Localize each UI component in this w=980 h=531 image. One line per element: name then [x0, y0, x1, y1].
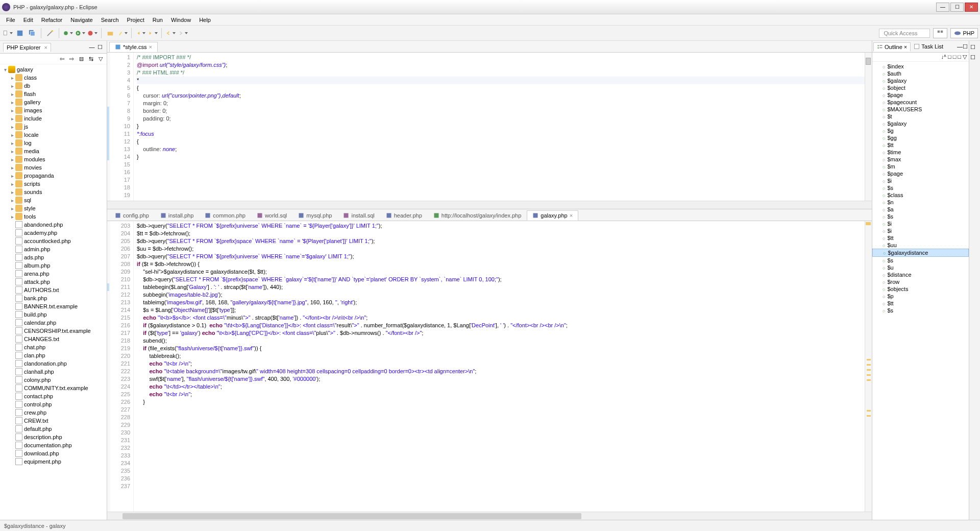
- outline-item[interactable]: $galaxy: [872, 77, 969, 84]
- menu-refactor[interactable]: Refactor: [37, 16, 67, 24]
- tree-item-banner-txt-example[interactable]: BANNER.txt.example: [0, 302, 107, 310]
- tree-item-default-php[interactable]: default.php: [0, 425, 107, 433]
- tree-item-js[interactable]: ▸js: [0, 123, 107, 131]
- tree-item-changes-txt[interactable]: CHANGES.txt: [0, 335, 107, 343]
- forward-button[interactable]: [177, 28, 188, 39]
- outline-item[interactable]: $tt: [872, 234, 969, 242]
- nav-next-button[interactable]: [147, 28, 158, 39]
- tree-item-log[interactable]: ▸log: [0, 139, 107, 147]
- outline-item[interactable]: $galaxy: [872, 120, 969, 127]
- highlight-button[interactable]: [117, 28, 128, 39]
- filter2-icon[interactable]: □: [953, 54, 957, 60]
- tree-item-movies[interactable]: ▸movies: [0, 163, 107, 172]
- tree-item-tools[interactable]: ▸tools: [0, 212, 107, 221]
- tab-mysql-php[interactable]: mysql.php: [292, 210, 337, 221]
- outline-item[interactable]: $page: [872, 170, 969, 177]
- tree-item-clandonation-php[interactable]: clandonation.php: [0, 359, 107, 368]
- tree-item-sql[interactable]: ▸sql: [0, 196, 107, 204]
- overview-ruler[interactable]: [865, 53, 872, 201]
- outline-item[interactable]: $page: [872, 91, 969, 99]
- tree-item-sounds[interactable]: ▸sounds: [0, 188, 107, 196]
- outline-item[interactable]: $row: [872, 278, 969, 285]
- outline-item[interactable]: $s: [872, 257, 969, 264]
- tree-item-album-php[interactable]: album.php: [0, 261, 107, 270]
- new-button[interactable]: [2, 28, 13, 39]
- tree-item-calendar-php[interactable]: calendar.php: [0, 319, 107, 327]
- filter1-icon[interactable]: □: [948, 54, 951, 60]
- tab-style-css[interactable]: *style.css ×: [109, 42, 158, 52]
- outline-item[interactable]: $auth: [872, 70, 969, 77]
- outline-item[interactable]: $t: [872, 113, 969, 120]
- tab-galaxy-php[interactable]: galaxy.php×: [527, 210, 578, 221]
- quick-access-input[interactable]: Quick Access: [879, 29, 930, 38]
- tree-item-crew-txt[interactable]: CREW.txt: [0, 417, 107, 425]
- tree-item-admin-php[interactable]: admin.php: [0, 245, 107, 253]
- outline-item[interactable]: $class: [872, 191, 969, 199]
- close-icon[interactable]: ×: [904, 44, 907, 50]
- outline-item[interactable]: $u: [872, 264, 969, 271]
- menu-file[interactable]: File: [2, 16, 19, 24]
- menu-navigate[interactable]: Navigate: [66, 16, 96, 24]
- maximize-view-button[interactable]: ☐: [963, 43, 968, 50]
- menu-project[interactable]: Project: [123, 16, 149, 24]
- code-content[interactable]: /* ### IMPORT ### */@import url("style/g…: [134, 53, 865, 201]
- outline-item[interactable]: $time: [872, 149, 969, 156]
- tree-item-control-php[interactable]: control.php: [0, 400, 107, 408]
- trim-icon[interactable]: ☐: [970, 44, 979, 53]
- outline-item[interactable]: $n: [872, 199, 969, 206]
- outline-item[interactable]: $m: [872, 163, 969, 170]
- tree-item-media[interactable]: ▸media: [0, 147, 107, 155]
- outline-item[interactable]: $object: [872, 84, 969, 91]
- menu-edit[interactable]: Edit: [19, 16, 37, 24]
- tree-item-arena-php[interactable]: arena.php: [0, 270, 107, 278]
- menu-search[interactable]: Search: [97, 16, 123, 24]
- tab-header-php[interactable]: header.php: [380, 210, 428, 221]
- outline-item[interactable]: $objects: [872, 285, 969, 293]
- outline-item[interactable]: $uu: [872, 242, 969, 249]
- outline-item[interactable]: $MAXUSERS: [872, 106, 969, 113]
- tab-common-php[interactable]: common.php: [199, 210, 251, 221]
- tree-item-gallery[interactable]: ▸gallery: [0, 98, 107, 106]
- outline-tab[interactable]: Outline ×: [873, 42, 911, 52]
- tree-item-equipment-php[interactable]: equipment.php: [0, 457, 107, 466]
- outline-item[interactable]: $tt: [872, 300, 969, 307]
- tree-item-contact-php[interactable]: contact.php: [0, 392, 107, 400]
- outline-item[interactable]: $s: [872, 184, 969, 191]
- line-gutter[interactable]: 2032042052062072082092102112122132142152…: [107, 221, 134, 512]
- outline-item[interactable]: $gg: [872, 134, 969, 141]
- tree-item-propaganda[interactable]: ▸propaganda: [0, 172, 107, 180]
- outline-item[interactable]: $tt: [872, 141, 969, 149]
- maximize-button[interactable]: ☐: [950, 3, 964, 12]
- back-icon[interactable]: ⇦: [58, 55, 66, 63]
- tree-item-colony-php[interactable]: colony.php: [0, 376, 107, 384]
- horizontal-scrollbar[interactable]: [107, 512, 872, 520]
- tree-item-clan-php[interactable]: clan.php: [0, 351, 107, 359]
- tree-item-db[interactable]: ▸db: [0, 82, 107, 90]
- code-content[interactable]: $db->query("SELECT * FROM `${prefix}univ…: [134, 221, 865, 512]
- tab-http---localhost-galaxy-index-php[interactable]: http://localhost/galaxy/index.php: [428, 210, 527, 221]
- trim-icon[interactable]: ☐: [970, 54, 979, 63]
- tree-item-authors-txt[interactable]: AUTHORS.txt: [0, 286, 107, 294]
- overview-ruler[interactable]: [865, 221, 872, 512]
- horizontal-scrollbar[interactable]: [107, 201, 872, 209]
- tree-item-galaxy[interactable]: ▾galaxy: [0, 65, 107, 74]
- collapse-all-icon[interactable]: ⊟: [77, 55, 85, 63]
- outline-item[interactable]: $max: [872, 156, 969, 163]
- forward-icon[interactable]: ⇨: [67, 55, 76, 63]
- tree-item-abandoned-php[interactable]: abandoned.php: [0, 221, 107, 229]
- tree-item-images[interactable]: ▸images: [0, 106, 107, 114]
- tree-item-flash[interactable]: ▸flash: [0, 90, 107, 98]
- tree-item-build-php[interactable]: build.php: [0, 310, 107, 319]
- tree-item-download-php[interactable]: download.php: [0, 449, 107, 457]
- outline-item[interactable]: $index: [872, 63, 969, 70]
- tree-item-documentation-php[interactable]: documentation.php: [0, 441, 107, 449]
- external-button[interactable]: [87, 28, 98, 39]
- filter3-icon[interactable]: □: [958, 54, 961, 60]
- perspective-php[interactable]: PHP: [950, 28, 978, 38]
- tree-item-class[interactable]: ▸class: [0, 74, 107, 82]
- wand-button[interactable]: [44, 28, 56, 39]
- close-tab-icon[interactable]: ×: [570, 212, 573, 219]
- tasklist-tab[interactable]: Task List: [911, 42, 946, 51]
- save-button[interactable]: [14, 28, 26, 39]
- debug-button[interactable]: [62, 28, 74, 39]
